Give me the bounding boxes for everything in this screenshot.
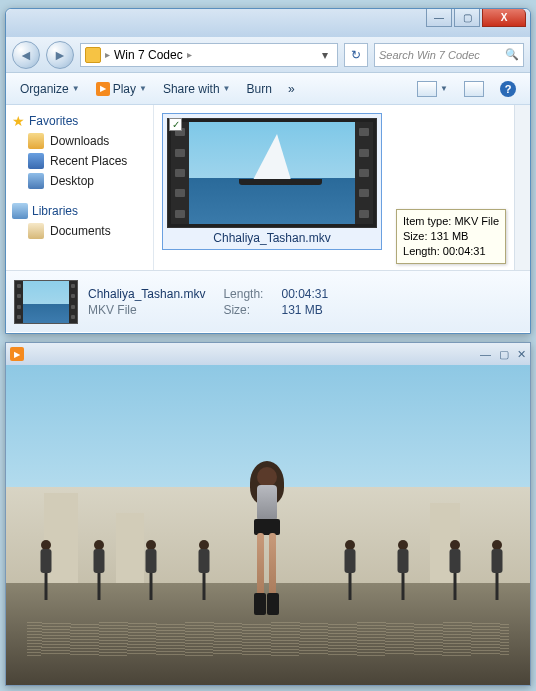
nav-row: ◄ ► ▸ Win 7 Codec ▸ ▾ ↻ Search Win 7 Cod… (6, 37, 530, 73)
breadcrumb-folder[interactable]: Win 7 Codec (114, 48, 183, 62)
sidebar-item-documents[interactable]: Documents (6, 221, 153, 241)
share-with-button[interactable]: Share with▼ (157, 80, 237, 98)
preview-pane-button[interactable] (458, 79, 490, 99)
star-icon: ★ (12, 113, 25, 129)
details-filetype: MKV File (88, 303, 205, 317)
player-minimize-button[interactable]: — (480, 348, 491, 361)
file-tooltip: Item type: MKV File Size: 131 MB Length:… (396, 209, 506, 264)
back-button[interactable]: ◄ (12, 41, 40, 69)
wmp-icon: ▶ (10, 347, 24, 361)
minimize-button[interactable]: — (426, 9, 452, 27)
video-area[interactable] (6, 365, 530, 685)
details-length-label: Length: (223, 287, 263, 301)
command-bar: Organize▼ ▶ Play▼ Share with▼ Burn » ▼ ? (6, 73, 530, 105)
sidebar-item-downloads[interactable]: Downloads (6, 131, 153, 151)
help-button[interactable]: ? (494, 79, 522, 99)
player-titlebar[interactable]: ▶ — ▢ ✕ (6, 343, 530, 365)
file-thumbnail[interactable]: ✓ Chhaliya_Tashan.mkv (162, 113, 382, 250)
libraries-header[interactable]: Libraries (6, 201, 153, 221)
details-length: 00:04:31 (281, 287, 328, 301)
details-thumbnail-icon (14, 280, 78, 324)
play-button[interactable]: ▶ Play▼ (90, 80, 153, 98)
chevron-down-icon: ▼ (72, 84, 80, 93)
folder-icon (85, 47, 101, 63)
refresh-button[interactable]: ↻ (344, 43, 368, 67)
nav-pane: ★ Favorites Downloads Recent Places Desk… (6, 105, 154, 270)
view-button[interactable]: ▼ (411, 79, 454, 99)
selection-checkbox[interactable]: ✓ (169, 118, 182, 131)
details-pane: Chhaliya_Tashan.mkv Length: 00:04:31 MKV… (6, 270, 530, 332)
help-icon: ? (500, 81, 516, 97)
chevron-down-icon: ▼ (139, 84, 147, 93)
details-filename: Chhaliya_Tashan.mkv (88, 287, 205, 301)
libraries-icon (12, 203, 28, 219)
burn-button[interactable]: Burn (241, 80, 278, 98)
documents-icon (28, 223, 44, 239)
explorer-window: — ▢ X ◄ ► ▸ Win 7 Codec ▸ ▾ ↻ Search Win… (5, 8, 531, 334)
close-button[interactable]: X (482, 9, 526, 27)
chevron-down-icon: ▼ (223, 84, 231, 93)
chevron-right-icon: ▸ (105, 49, 110, 60)
video-thumbnail-icon (167, 118, 377, 228)
sidebar-item-recent-places[interactable]: Recent Places (6, 151, 153, 171)
details-size: 131 MB (281, 303, 328, 317)
organize-button[interactable]: Organize▼ (14, 80, 86, 98)
details-size-label: Size: (223, 303, 263, 317)
maximize-button[interactable]: ▢ (454, 9, 480, 27)
search-icon: 🔍 (505, 48, 519, 61)
toolbar-overflow[interactable]: » (282, 80, 301, 98)
file-name[interactable]: Chhaliya_Tashan.mkv (167, 228, 377, 245)
sidebar-item-desktop[interactable]: Desktop (6, 171, 153, 191)
favorites-header[interactable]: ★ Favorites (6, 111, 153, 131)
downloads-icon (28, 133, 44, 149)
content-pane[interactable]: ✓ Chhaliya_Tashan.mkv Item type: MKV Fil… (154, 105, 514, 270)
breadcrumb[interactable]: ▸ Win 7 Codec ▸ ▾ (80, 43, 338, 67)
view-icon (417, 81, 437, 97)
player-close-button[interactable]: ✕ (517, 348, 526, 361)
desktop-icon (28, 173, 44, 189)
recent-places-icon (28, 153, 44, 169)
player-maximize-button[interactable]: ▢ (499, 348, 509, 361)
play-icon: ▶ (96, 82, 110, 96)
media-player-window: ▶ — ▢ ✕ (5, 342, 531, 686)
search-placeholder: Search Win 7 Codec (379, 49, 480, 61)
main-dancer (247, 467, 287, 627)
chevron-right-icon: ▸ (187, 49, 192, 60)
preview-pane-icon (464, 81, 484, 97)
titlebar[interactable]: — ▢ X (6, 9, 530, 37)
search-input[interactable]: Search Win 7 Codec 🔍 (374, 43, 524, 67)
forward-button[interactable]: ► (46, 41, 74, 69)
breadcrumb-dropdown[interactable]: ▾ (317, 48, 333, 62)
vertical-scrollbar[interactable] (514, 105, 530, 270)
